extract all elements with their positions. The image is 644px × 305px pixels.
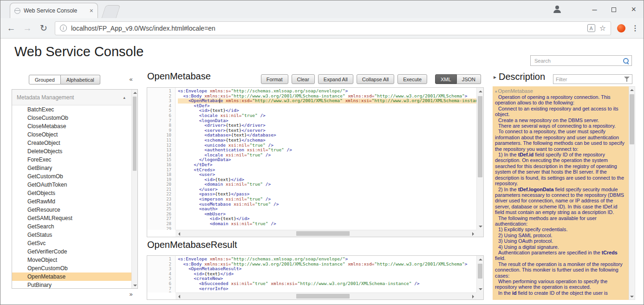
description-paragraph: 4) Using a digital signature. (495, 244, 625, 250)
back-button[interactable]: ← (6, 23, 16, 33)
description-paragraph: 2) Using SAML protocol. (495, 233, 625, 238)
sidebar-item-batchexec[interactable]: BatchExec (12, 105, 131, 114)
scroll-up-icon[interactable] (477, 256, 484, 263)
scroll-down-icon[interactable] (477, 286, 484, 292)
forward-button[interactable]: → (22, 23, 33, 33)
description-paragraph: 3) Using OAuth protocol. (495, 238, 625, 244)
sidebar-item-openmetabase[interactable]: OpenMetabase (12, 273, 131, 281)
sidebar-item-getstatus[interactable]: GetStatus (12, 231, 131, 239)
page-info-icon[interactable]: i (60, 25, 67, 32)
sidebar-item-opencustomob[interactable]: OpenCustomOb (12, 264, 131, 273)
scroll-right-icon[interactable] (469, 293, 476, 300)
translate-icon[interactable]: A (587, 24, 595, 32)
sidebar-item-getsamlrequest[interactable]: GetSAMLRequest (12, 214, 131, 222)
description-collapse-icon[interactable]: ▸ (494, 74, 496, 80)
sidebar-item-getcustomob[interactable]: GetCustomOb (12, 172, 131, 181)
section-title: OpenMetabase (498, 88, 533, 94)
sidebar-item-getsvc[interactable]: GetSvc (12, 239, 131, 247)
sidebar-expand-button[interactable]: » (125, 291, 137, 298)
maximize-button[interactable] (611, 5, 616, 13)
browser-tab[interactable]: Web Service Console × (10, 3, 98, 18)
scroll-left-icon[interactable] (176, 230, 182, 237)
scroll-up-icon[interactable] (477, 88, 484, 95)
description-paragraph: The result of the operation is a moniker… (495, 261, 625, 279)
scroll-down-icon[interactable] (132, 282, 138, 288)
description-title: Description (499, 71, 545, 82)
response-editor-vscrollbar[interactable] (476, 256, 483, 292)
sidebar-item-deleteobjects[interactable]: DeleteObjects (12, 147, 131, 156)
browser-menu-icon[interactable]: ⋮ (631, 24, 638, 32)
description-paragraph: When performing various operation to spe… (495, 279, 625, 290)
minimize-button[interactable]: – (592, 5, 597, 13)
scroll-right-icon[interactable] (469, 230, 476, 237)
close-window-button[interactable]: × (631, 5, 636, 13)
scroll-up-icon[interactable] (132, 90, 138, 96)
scrollbar-thumb[interactable] (478, 264, 482, 279)
grouped-button[interactable]: Grouped (29, 75, 61, 84)
collapse-all-button[interactable]: Collapse All (357, 74, 394, 84)
new-tab-button[interactable] (101, 5, 120, 18)
description-section-header[interactable]: ▴ OpenMetabase (495, 88, 625, 94)
section-collapse-icon[interactable]: ▴ (495, 89, 497, 93)
scrollbar-thumb[interactable] (478, 96, 482, 177)
filter-input[interactable] (556, 77, 624, 82)
sidebar-collapse-button[interactable]: « (125, 76, 137, 83)
browser-window: Web Service Console × – × ← → ↻ i localh… (0, 0, 644, 305)
scrollbar-thumb[interactable] (296, 294, 350, 299)
sidebar-item-putbinary[interactable]: PutBinary (12, 281, 131, 288)
response-editor[interactable]: 12345678 <s:Envelope xmlns:s="http://sch… (147, 255, 484, 300)
list-mode-toggle: Grouped Alphabetical (29, 75, 100, 84)
sidebar-item-getsearch[interactable]: GetSearch (12, 222, 131, 231)
description-paragraph: Connect to an existing repository and ge… (495, 106, 625, 117)
clear-button[interactable]: Clear (292, 74, 315, 84)
reload-button[interactable]: ↻ (39, 23, 49, 33)
response-editor-hscrollbar[interactable] (176, 292, 476, 299)
execute-button[interactable]: Execute (397, 74, 427, 84)
scrollbar-thumb[interactable] (296, 231, 350, 236)
request-editor-hscrollbar[interactable] (176, 230, 476, 237)
response-code[interactable]: <s:Envelope xmlns:s="http://schemas.xmls… (176, 256, 476, 292)
tab-close-icon[interactable]: × (90, 7, 93, 14)
group-collapse-icon[interactable]: ▴ (123, 95, 125, 100)
sidebar-item-closeobject[interactable]: CloseObject (12, 130, 131, 139)
scrollbar-thumb[interactable] (133, 97, 137, 171)
sidebar-item-getbinary[interactable]: GetBinary (12, 164, 131, 172)
sidebar-item-foreexec[interactable]: ForeExec (12, 156, 131, 164)
xml-tab[interactable]: XML (435, 74, 457, 84)
request-editor-vscrollbar[interactable] (476, 88, 483, 230)
url-text[interactable]: localhost/FP_App_v9.0/Wsc/index.html#loc… (71, 25, 583, 32)
format-button[interactable]: Format (261, 74, 288, 84)
sidebar-item-closecustomob[interactable]: CloseCustomOb (12, 114, 131, 122)
bookmark-star-icon[interactable]: ☆ (599, 24, 606, 32)
sidebar-item-getverifiercode[interactable]: GetVerifierCode (12, 247, 131, 256)
sidebar-item-closemetabase[interactable]: CloseMetabase (12, 122, 131, 130)
sidebar-item-getobjects[interactable]: GetObjects (12, 189, 131, 197)
sidebar-item-getoauthtoken[interactable]: GetOAuthToken (12, 181, 131, 189)
sidebar-item-getrawmd[interactable]: GetRawMd (12, 197, 131, 206)
search-box (530, 55, 632, 66)
sidebar-item-moveobject[interactable]: MoveObject (12, 256, 131, 264)
description-paragraph: Create a new repository on the DBMS serv… (495, 117, 625, 123)
sidebar-scrollbar[interactable] (131, 90, 137, 288)
group-header[interactable]: Metadata Management ▴ (12, 90, 137, 105)
extension-icon[interactable] (617, 24, 625, 32)
description-scrollbar[interactable] (629, 86, 635, 300)
scroll-down-icon[interactable] (629, 293, 635, 299)
scroll-left-icon[interactable] (176, 293, 182, 300)
scrollbar-thumb[interactable] (630, 94, 634, 144)
search-icon[interactable] (623, 58, 629, 64)
search-input[interactable] (534, 58, 623, 64)
sidebar-item-getresource[interactable]: GetResource (12, 206, 131, 214)
json-tab[interactable]: JSON (457, 74, 481, 84)
profile-icon[interactable] (553, 5, 561, 13)
request-editor[interactable]: 1234567891011121314151617181920212223242… (147, 87, 484, 237)
expand-all-button[interactable]: Expand All (318, 74, 353, 84)
scroll-up-icon[interactable] (629, 87, 635, 93)
description-paragraph: In the id field to create ID of the obje… (495, 290, 625, 296)
alphabetical-button[interactable]: Alphabetical (61, 75, 100, 84)
request-code[interactable]: <s:Envelope xmlns:s="http://schemas.xmls… (176, 88, 476, 230)
response-line-numbers: 12345678 (147, 256, 176, 292)
address-bar[interactable]: i localhost/FP_App_v9.0/Wsc/index.html#l… (55, 21, 611, 35)
sidebar-item-createobject[interactable]: CreateObject (12, 139, 131, 147)
scroll-down-icon[interactable] (477, 223, 484, 230)
